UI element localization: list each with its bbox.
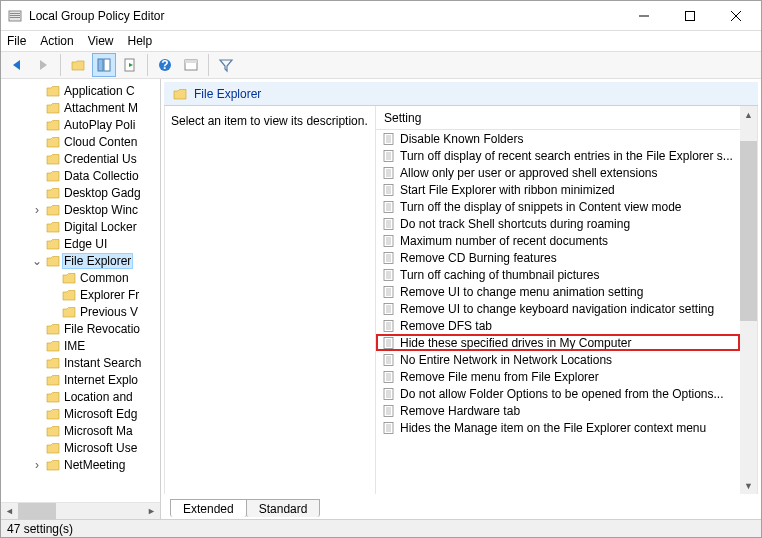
setting-item[interactable]: Start File Explorer with ribbon minimize… (376, 181, 740, 198)
tree-item[interactable]: Internet Explo (1, 371, 160, 388)
tree-item[interactable]: ›Desktop Winc (1, 201, 160, 218)
list-vertical-scrollbar[interactable]: ▲ ▼ (740, 106, 757, 494)
tree-item[interactable]: Instant Search (1, 354, 160, 371)
close-button[interactable] (713, 2, 759, 30)
tree-item[interactable]: IME (1, 337, 160, 354)
tree-item[interactable]: Microsoft Use (1, 439, 160, 456)
tree-item[interactable]: ⌄File Explorer (1, 252, 160, 269)
tree-item-label: File Revocatio (64, 322, 140, 336)
policy-icon (382, 251, 396, 265)
help-button[interactable]: ? (153, 53, 177, 77)
tree-item[interactable]: Attachment M (1, 99, 160, 116)
setting-label: Do not allow Folder Options to be opened… (400, 387, 724, 401)
chevron-right-icon[interactable]: › (31, 204, 43, 216)
tree-item[interactable]: Credential Us (1, 150, 160, 167)
scroll-down-icon[interactable]: ▼ (740, 477, 757, 494)
policy-icon (382, 285, 396, 299)
tree-item[interactable]: File Revocatio (1, 320, 160, 337)
setting-item[interactable]: Remove UI to change keyboard navigation … (376, 300, 740, 317)
tree-item[interactable]: AutoPlay Poli (1, 116, 160, 133)
setting-label: Maximum number of recent documents (400, 234, 608, 248)
tree-item[interactable]: Explorer Fr (1, 286, 160, 303)
policy-icon (382, 200, 396, 214)
tree-horizontal-scrollbar[interactable]: ◄ ► (1, 502, 160, 519)
column-header-setting[interactable]: Setting (376, 106, 740, 130)
tree-item[interactable]: ›NetMeeting (1, 456, 160, 473)
setting-item[interactable]: Do not track Shell shortcuts during roam… (376, 215, 740, 232)
svg-rect-20 (384, 150, 393, 161)
tree-view[interactable]: Application CAttachment MAutoPlay PoliCl… (1, 79, 160, 502)
setting-item[interactable]: Turn off the display of snippets in Cont… (376, 198, 740, 215)
tree-item[interactable]: Microsoft Edg (1, 405, 160, 422)
tree-item-label: Common (80, 271, 129, 285)
policy-icon (382, 353, 396, 367)
menu-view[interactable]: View (88, 34, 114, 48)
setting-item[interactable]: Remove CD Burning features (376, 249, 740, 266)
scroll-right-icon[interactable]: ► (143, 503, 160, 520)
maximize-button[interactable] (667, 2, 713, 30)
tree-item[interactable]: Digital Locker (1, 218, 160, 235)
tree-item-label: IME (64, 339, 85, 353)
policy-icon (382, 421, 396, 435)
tree-item[interactable]: Edge UI (1, 235, 160, 252)
setting-item[interactable]: Remove Hardware tab (376, 402, 740, 419)
settings-list[interactable]: Disable Known FoldersTurn off display of… (376, 130, 740, 494)
setting-item[interactable]: Remove UI to change menu animation setti… (376, 283, 740, 300)
tab-standard[interactable]: Standard (246, 499, 321, 517)
tree-item-label: Digital Locker (64, 220, 137, 234)
tree-item[interactable]: Location and (1, 388, 160, 405)
tree-item[interactable]: Data Collectio (1, 167, 160, 184)
options-button[interactable] (179, 53, 203, 77)
svg-rect-3 (10, 17, 20, 18)
forward-button[interactable] (31, 53, 55, 77)
tree-item-label: Edge UI (64, 237, 107, 251)
tab-extended[interactable]: Extended (170, 499, 247, 517)
setting-item[interactable]: Remove File menu from File Explorer (376, 368, 740, 385)
setting-item[interactable]: Hides the Manage item on the File Explor… (376, 419, 740, 436)
tree-item[interactable]: Previous V (1, 303, 160, 320)
svg-rect-85 (384, 371, 393, 382)
minimize-button[interactable] (621, 2, 667, 30)
policy-icon (382, 132, 396, 146)
scroll-left-icon[interactable]: ◄ (1, 503, 18, 520)
back-button[interactable] (5, 53, 29, 77)
description-prompt: Select an item to view its description. (171, 114, 368, 128)
folder-icon (45, 83, 61, 99)
setting-item[interactable]: Disable Known Folders (376, 130, 740, 147)
tree-item-label: Desktop Winc (64, 203, 138, 217)
setting-label: Remove DFS tab (400, 319, 492, 333)
setting-item[interactable]: Remove DFS tab (376, 317, 740, 334)
tree-item[interactable]: Application C (1, 82, 160, 99)
tree-item[interactable]: Common (1, 269, 160, 286)
scroll-up-icon[interactable]: ▲ (740, 106, 757, 123)
menu-file[interactable]: File (7, 34, 26, 48)
folder-icon (45, 389, 61, 405)
setting-item[interactable]: Maximum number of recent documents (376, 232, 740, 249)
setting-item[interactable]: Do not allow Folder Options to be opened… (376, 385, 740, 402)
setting-item[interactable]: Hide these specified drives in My Comput… (376, 334, 740, 351)
svg-rect-60 (384, 286, 393, 297)
tree-item[interactable]: Microsoft Ma (1, 422, 160, 439)
setting-item[interactable]: Turn off caching of thumbnail pictures (376, 266, 740, 283)
tree-item[interactable]: Desktop Gadg (1, 184, 160, 201)
setting-item[interactable]: Turn off display of recent search entrie… (376, 147, 740, 164)
setting-item[interactable]: No Entire Network in Network Locations (376, 351, 740, 368)
folder-icon (45, 168, 61, 184)
chevron-right-icon[interactable]: › (31, 459, 43, 471)
svg-rect-45 (384, 235, 393, 246)
tree-item[interactable]: Cloud Conten (1, 133, 160, 150)
svg-rect-2 (10, 15, 20, 16)
export-list-button[interactable] (118, 53, 142, 77)
menu-help[interactable]: Help (128, 34, 153, 48)
setting-item[interactable]: Allow only per user or approved shell ex… (376, 164, 740, 181)
properties-button[interactable] (92, 53, 116, 77)
folder-icon (45, 457, 61, 473)
setting-label: Hide these specified drives in My Comput… (400, 336, 631, 350)
chevron-down-icon[interactable]: ⌄ (31, 255, 43, 267)
svg-rect-30 (384, 184, 393, 195)
folder-icon (45, 253, 61, 269)
filter-button[interactable] (214, 53, 238, 77)
menu-action[interactable]: Action (40, 34, 73, 48)
svg-rect-9 (104, 59, 110, 71)
show-hide-tree-button[interactable] (66, 53, 90, 77)
